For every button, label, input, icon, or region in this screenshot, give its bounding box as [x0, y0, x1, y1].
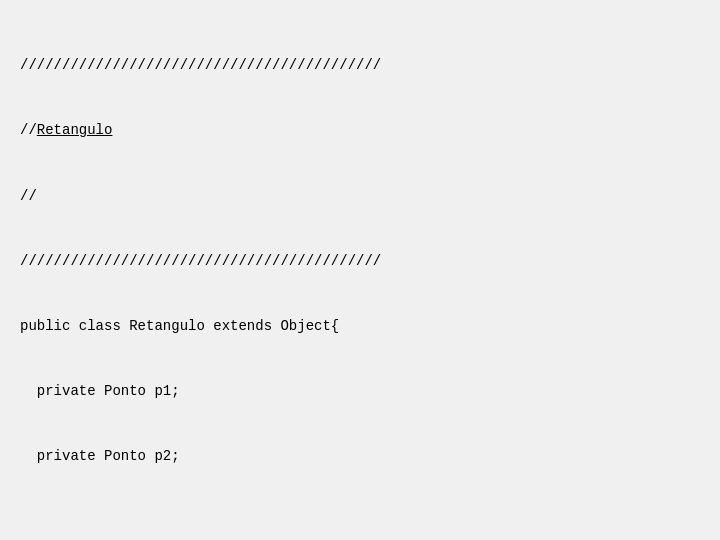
code-line-8: [20, 511, 700, 533]
code-line-3: //: [20, 186, 700, 208]
code-line-5: public class Retangulo extends Object{: [20, 316, 700, 338]
code-line-7: private Ponto p2;: [20, 446, 700, 468]
code-line-4: ////////////////////////////////////////…: [20, 251, 700, 273]
code-line-6: private Ponto p1;: [20, 381, 700, 403]
code-line-2: //Retangulo: [20, 120, 700, 142]
code-editor: ////////////////////////////////////////…: [0, 0, 720, 540]
code-line-1: ////////////////////////////////////////…: [20, 55, 700, 77]
